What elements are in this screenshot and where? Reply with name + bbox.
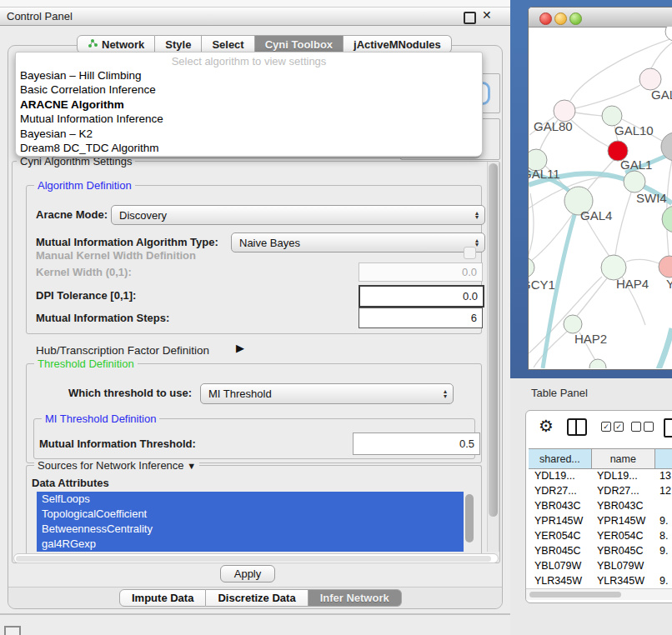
kernel-width-field[interactable]: 0.0 <box>359 262 483 282</box>
dropdown-item[interactable]: Basic Correlation Inference <box>16 82 482 97</box>
table-row[interactable]: YBL079WYBL079W <box>529 558 672 573</box>
table-row[interactable]: YBR045CYBR045C9. <box>529 543 672 558</box>
dpi-tolerance-field[interactable]: 0.0 <box>359 285 484 308</box>
bottom-tab-infer-network[interactable]: Infer Network <box>308 589 402 607</box>
tab-select[interactable]: Select <box>202 35 254 53</box>
network-node[interactable] <box>624 171 645 192</box>
table-cell[interactable]: 8. <box>654 530 672 542</box>
close-icon[interactable]: ✕ <box>482 8 492 22</box>
table-cell[interactable]: YER054C <box>591 530 654 542</box>
sources-group-title: Sources for Network Inference ▼ <box>34 459 199 472</box>
attribute-item[interactable]: TopologicalCoefficient <box>37 507 464 522</box>
close-traffic-light-icon[interactable] <box>539 12 552 25</box>
table-cell[interactable]: 12 <box>654 485 672 497</box>
network-edge <box>626 259 659 263</box>
table-row[interactable]: YLR345WYLR345W9. <box>529 573 672 588</box>
mi-threshold-field[interactable]: 0.5 <box>353 432 480 455</box>
dropdown-item[interactable]: Bayesian – K2 <box>16 127 482 141</box>
network-node[interactable] <box>589 359 606 368</box>
control-panel-tabbar: NetworkStyleSelectCyni ToolboxjActiveMNo… <box>77 35 452 53</box>
network-node-label: HAP2 <box>574 332 607 346</box>
table-cell[interactable]: YBR045C <box>529 545 591 557</box>
table-cell[interactable]: 13 <box>654 470 672 482</box>
hub-collapsed-arrow-icon[interactable]: ▶ <box>236 342 244 354</box>
table-column-header[interactable]: name <box>592 449 655 468</box>
table-row[interactable]: YPR145WYPR145W9. <box>529 513 672 528</box>
tab-network[interactable]: Network <box>77 35 155 53</box>
table-cell[interactable]: YPR145W <box>529 515 591 527</box>
which-threshold-value: MI Threshold <box>208 388 272 400</box>
table-row[interactable]: YDL19...YDL19...13 <box>529 468 672 483</box>
network-node[interactable] <box>529 258 534 278</box>
attr-scroll-thumb[interactable] <box>465 494 474 542</box>
apply-button[interactable]: Apply <box>220 565 275 582</box>
table-cell[interactable]: YER054C <box>529 530 591 542</box>
table-cell[interactable]: YBR045C <box>591 545 654 557</box>
mi-type-combo[interactable]: Naive Bayes ▴▾ <box>231 232 485 252</box>
table-horizontal-scrollbar[interactable] <box>526 588 672 600</box>
new-table-icon[interactable] <box>664 418 672 438</box>
which-threshold-combo[interactable]: MI Threshold ▴▾ <box>200 383 454 404</box>
gear-icon[interactable]: ⚙ <box>539 416 554 436</box>
attribute-item[interactable]: SelfLoops <box>37 492 464 507</box>
manual-kernel-checkbox[interactable] <box>464 247 476 259</box>
network-window-titlebar[interactable] <box>529 8 672 28</box>
float-window-icon[interactable] <box>464 12 476 24</box>
table-cell[interactable]: YDL19... <box>591 470 654 482</box>
table-cell[interactable]: YBL079W <box>529 560 591 572</box>
dropdown-item[interactable]: ARACNE Algorithm <box>16 98 482 112</box>
tab-style[interactable]: Style <box>155 35 202 53</box>
table-row[interactable]: YDR27...YDR27...12 <box>529 483 672 498</box>
zoom-traffic-light-icon[interactable] <box>569 12 582 25</box>
table-column-header[interactable] <box>655 449 672 468</box>
hscroll-thumb[interactable] <box>16 556 491 562</box>
stepper-icon: ▴▾ <box>475 211 484 220</box>
table-column-header[interactable]: shared... <box>529 449 592 468</box>
table-cell[interactable]: YLR345W <box>591 575 654 587</box>
tab-cyni-toolbox[interactable]: Cyni Toolbox <box>255 35 344 53</box>
table-cell[interactable]: YDL19... <box>529 470 591 482</box>
attribute-item[interactable]: BetweennessCentrality <box>37 522 464 537</box>
tab-jactivemnodules[interactable]: jActiveMNodules <box>344 35 452 53</box>
attr-list-scrollbar[interactable] <box>464 492 475 552</box>
table-cell[interactable]: YBR043C <box>591 500 654 512</box>
table-hscroll-thumb[interactable] <box>529 592 621 598</box>
scrollbar-thumb[interactable] <box>489 163 498 517</box>
table-cell[interactable]: YDR27... <box>529 485 591 497</box>
aracne-mode-combo[interactable]: Discovery ▴▾ <box>111 205 485 225</box>
table-cell[interactable]: 9. <box>654 515 672 527</box>
attribute-item[interactable]: gal4RGexp <box>37 537 464 552</box>
table-body: YDL19...YDL19...13YDR27...YDR27...12YBR0… <box>529 468 672 603</box>
table-cell[interactable]: YDR27... <box>591 485 654 497</box>
data-attributes-list: SelfLoopsTopologicalCoefficientBetweenne… <box>37 492 475 552</box>
table-cell[interactable]: YBL079W <box>591 560 654 572</box>
bottom-tab-impute-data[interactable]: Impute Data <box>119 589 206 607</box>
minimized-panel-icon[interactable] <box>4 626 21 635</box>
table-cell[interactable]: YPR145W <box>591 515 654 527</box>
settings-vertical-scrollbar[interactable] <box>487 162 499 552</box>
select-all-checkboxes-icon[interactable]: ✓✓ <box>601 422 624 432</box>
hub-definition-label[interactable]: Hub/Transcription Factor Definition <box>36 344 209 357</box>
mi-type-label: Mutual Information Algorithm Type: <box>36 236 218 248</box>
table-row[interactable]: YER054CYER054C8. <box>529 528 672 543</box>
table-row[interactable]: YBR043CYBR043C <box>529 498 672 513</box>
network-node[interactable] <box>564 315 582 333</box>
mi-steps-field[interactable]: 6 <box>359 308 483 328</box>
network-node[interactable] <box>662 206 672 232</box>
table-cell[interactable]: YLR345W <box>529 575 591 587</box>
network-canvas[interactable]: GALGAL80GAL10GAL1GAL11SWI4GAL4GCY1HAP4YH… <box>529 27 672 368</box>
dropdown-item[interactable]: Dream8 DC_TDC Algorithm <box>16 141 482 155</box>
settings-horizontal-scrollbar[interactable] <box>13 553 499 563</box>
table-cell[interactable]: 9. <box>654 545 672 557</box>
sources-expanded-arrow-icon[interactable]: ▼ <box>187 461 196 471</box>
dropdown-item[interactable]: Bayesian – Hill Climbing <box>16 68 482 82</box>
table-cell[interactable]: 9. <box>654 575 672 587</box>
clear-checkboxes-icon[interactable] <box>631 422 654 432</box>
columns-icon[interactable] <box>567 418 587 436</box>
network-node[interactable] <box>665 27 672 41</box>
minimize-traffic-light-icon[interactable] <box>554 12 567 25</box>
network-node[interactable] <box>659 256 672 278</box>
bottom-tab-discretize-data[interactable]: Discretize Data <box>206 589 308 607</box>
dropdown-item[interactable]: Mutual Information Inference <box>16 112 482 126</box>
table-cell[interactable]: YBR043C <box>529 500 591 512</box>
